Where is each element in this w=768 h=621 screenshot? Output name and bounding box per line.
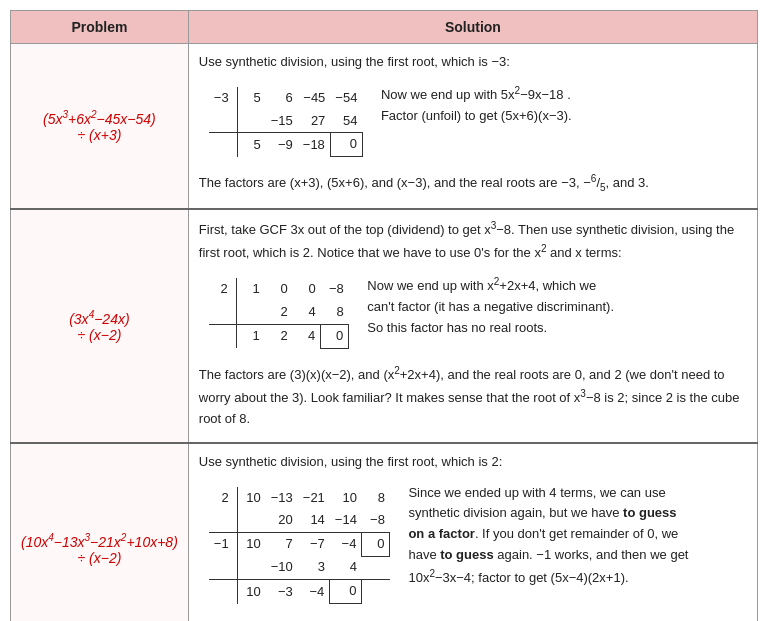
synth-note-line: Since we ended up with 4 terms, we can u… xyxy=(408,483,747,504)
table-row: (5x3+6x2−45x−54)÷ (x+3)Use synthetic div… xyxy=(11,44,758,210)
solution-cell: Use synthetic division, using the first … xyxy=(188,44,757,210)
synth-cell xyxy=(209,556,238,579)
solution-cell: Use synthetic division, using the first … xyxy=(188,443,757,621)
problem-divisor: ÷ (x+3) xyxy=(77,127,121,143)
synth-cell: 0 xyxy=(293,278,321,301)
synth-cell: −18 xyxy=(298,133,331,157)
synth-cell: −10 xyxy=(266,556,298,579)
synth-note-line: synthetic division again, but we have to… xyxy=(408,503,747,524)
synth-cell xyxy=(362,556,390,579)
problem-divisor: ÷ (x−2) xyxy=(77,550,121,566)
problem-cell: (10x4−13x3−21x2+10x+8)÷ (x−2) xyxy=(11,443,189,621)
synth-cell: 2 xyxy=(265,324,293,348)
synth-cell: 10 xyxy=(330,487,362,510)
synth-cell xyxy=(238,509,266,532)
synth-cell: −3 xyxy=(266,580,298,604)
solution-intro: Use synthetic division, using the first … xyxy=(199,452,747,473)
synth-cell: −8 xyxy=(321,278,349,301)
synth-cell: 10 xyxy=(238,533,266,557)
synth-cell: −4 xyxy=(330,533,362,557)
synth-cell: 8 xyxy=(362,487,390,510)
problem-expression: (5x3+6x2−45x−54) xyxy=(43,111,156,127)
synth-cell: 2 xyxy=(209,487,238,510)
synth-cell: 20 xyxy=(266,509,298,532)
synth-cell: 10 xyxy=(238,487,266,510)
problem-expression: (3x4−24x) xyxy=(69,311,129,327)
synth-table: 2 10−13−211082014−14−8−1 107−7−40−103410… xyxy=(209,487,391,604)
synth-cell: −7 xyxy=(298,533,330,557)
synth-table: 2 100−82481240 xyxy=(209,278,350,348)
synth-cell xyxy=(238,556,266,579)
synth-note-line: Factor (unfoil) to get (5x+6)(x−3). xyxy=(381,106,747,127)
synth-cell xyxy=(209,301,237,324)
synth-cell: −21 xyxy=(298,487,330,510)
synth-cell xyxy=(209,509,238,532)
synth-cell: −8 xyxy=(362,509,390,532)
synth-left: −3 56−45−54−1527545−9−180 xyxy=(199,81,363,163)
synth-note-line: can't factor (it has a negative discrimi… xyxy=(367,297,747,318)
solution-intro: Use synthetic division, using the first … xyxy=(199,52,747,73)
problem-cell: (3x4−24x)÷ (x−2) xyxy=(11,209,189,443)
synth-wrapper: 2 100−82481240Now we end up with x2+2x+4… xyxy=(199,272,747,354)
synth-cell: 2 xyxy=(265,301,293,324)
synth-cell: 5 xyxy=(238,87,266,110)
synth-cell: 7 xyxy=(266,533,298,557)
synth-note: Since we ended up with 4 terms, we can u… xyxy=(408,481,747,589)
table-row: (10x4−13x3−21x2+10x+8)÷ (x−2)Use synthet… xyxy=(11,443,758,621)
synth-wrapper: 2 10−13−211082014−14−8−1 107−7−40−103410… xyxy=(199,481,747,610)
synth-cell: 8 xyxy=(321,301,349,324)
synth-cell: 4 xyxy=(293,301,321,324)
synth-cell: −3 xyxy=(209,87,238,110)
synth-cell: −54 xyxy=(330,87,362,110)
synth-cell xyxy=(209,580,238,604)
solution-cell: First, take GCF 3x out of the top (divid… xyxy=(188,209,757,443)
synth-cell: 4 xyxy=(330,556,362,579)
synth-cell: −45 xyxy=(298,87,331,110)
synth-cell: 6 xyxy=(266,87,298,110)
synth-cell: −13 xyxy=(266,487,298,510)
synth-cell: −14 xyxy=(330,509,362,532)
synth-left: 2 10−13−211082014−14−8−1 107−7−40−103410… xyxy=(199,481,391,610)
synth-cell xyxy=(209,110,238,133)
synth-cell: 1 xyxy=(237,278,265,301)
solution-header: Solution xyxy=(188,11,757,44)
synth-cell: −1 xyxy=(209,533,238,557)
synth-note-line: have to guess again. −1 works, and then … xyxy=(408,545,747,566)
synth-cell: 0 xyxy=(321,324,349,348)
synth-cell xyxy=(237,301,265,324)
synth-cell xyxy=(209,324,237,348)
problem-expression: (10x4−13x3−21x2+10x+8) xyxy=(21,534,178,550)
synth-table: −3 56−45−54−1527545−9−180 xyxy=(209,87,363,157)
synth-cell: 10 xyxy=(238,580,266,604)
solution-conclusion: The factors are (3)(x)(x−2), and (x2+2x+… xyxy=(199,363,747,430)
synth-left: 2 100−82481240 xyxy=(199,272,350,354)
synth-note-line: 10x2−3x−4; factor to get (5x−4)(2x+1). xyxy=(408,566,747,589)
synth-cell: −9 xyxy=(266,133,298,157)
synth-cell: −15 xyxy=(266,110,298,133)
synth-note: Now we end up with x2+2x+4, which wecan'… xyxy=(367,272,747,339)
synth-cell: 0 xyxy=(330,580,362,604)
synth-cell: 0 xyxy=(265,278,293,301)
table-row: (3x4−24x)÷ (x−2)First, take GCF 3x out o… xyxy=(11,209,758,443)
synth-cell: 4 xyxy=(293,324,321,348)
problem-cell: (5x3+6x2−45x−54)÷ (x+3) xyxy=(11,44,189,210)
synth-cell: 14 xyxy=(298,509,330,532)
synth-cell: 0 xyxy=(330,133,362,157)
synth-cell: 2 xyxy=(209,278,237,301)
synth-cell: 1 xyxy=(237,324,265,348)
synth-cell: 54 xyxy=(330,110,362,133)
synth-cell xyxy=(238,110,266,133)
synth-cell: −4 xyxy=(298,580,330,604)
synth-wrapper: −3 56−45−54−1527545−9−180Now we end up w… xyxy=(199,81,747,163)
synth-note-line: So this factor has no real roots. xyxy=(367,318,747,339)
main-table: Problem Solution (5x3+6x2−45x−54)÷ (x+3)… xyxy=(10,10,758,621)
synth-cell xyxy=(362,580,390,604)
solution-intro: First, take GCF 3x out of the top (divid… xyxy=(199,218,747,264)
synth-note-line: on a factor. If you don't get remainder … xyxy=(408,524,747,545)
synth-cell xyxy=(209,133,238,157)
problem-divisor: ÷ (x−2) xyxy=(77,327,121,343)
synth-cell: 0 xyxy=(362,533,390,557)
synth-note: Now we end up with 5x2−9x−18 .Factor (un… xyxy=(381,81,747,127)
solution-conclusion: The factors are (x+3), (5x+6), and (x−3)… xyxy=(199,171,747,196)
synth-cell: 27 xyxy=(298,110,331,133)
